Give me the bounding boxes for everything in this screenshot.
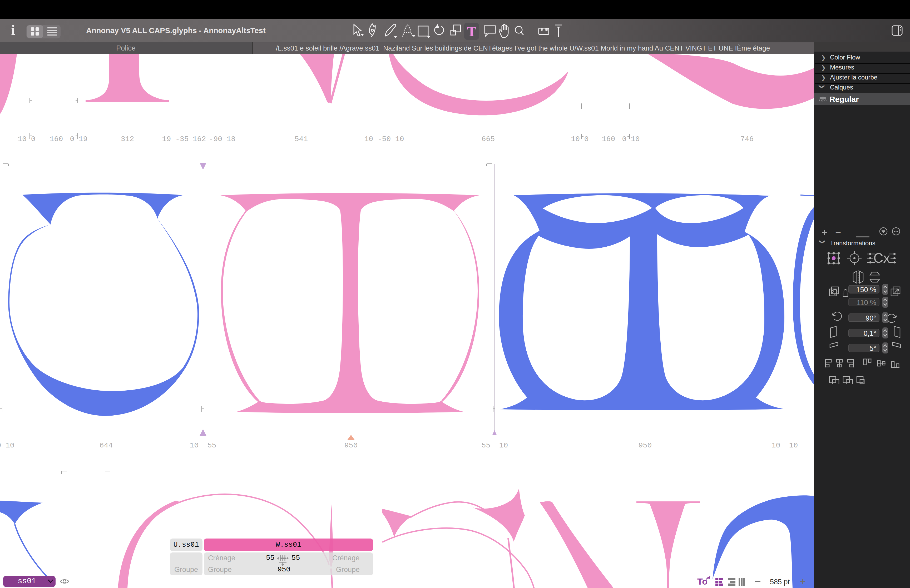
svg-text:Cx: Cx: [873, 250, 890, 266]
svg-text:585 pt: 585 pt: [770, 578, 790, 586]
svg-text:To: To: [697, 577, 708, 586]
svg-text:T: T: [467, 24, 476, 39]
